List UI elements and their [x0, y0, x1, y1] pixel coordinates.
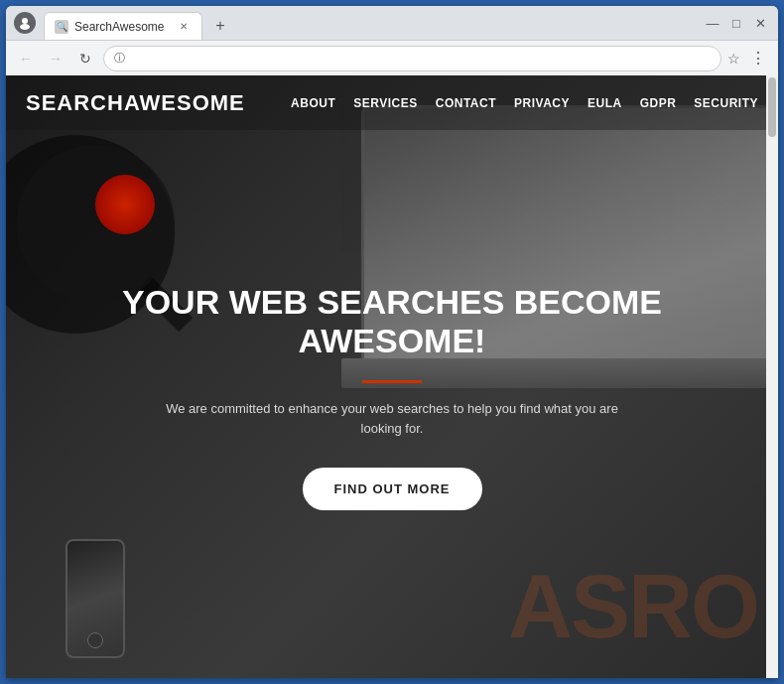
- hero-subtitle: We are committed to enhance your web sea…: [154, 399, 630, 438]
- bookmark-icon[interactable]: ☆: [727, 51, 740, 67]
- close-button[interactable]: ✕: [750, 13, 770, 33]
- cta-button[interactable]: FIND OUT MORE: [303, 468, 482, 510]
- scrollbar-thumb[interactable]: [768, 77, 776, 137]
- refresh-button[interactable]: ↻: [73, 47, 97, 70]
- back-button[interactable]: ←: [14, 47, 38, 70]
- tab-close-button[interactable]: ✕: [176, 19, 192, 35]
- menu-button[interactable]: ⋮: [746, 47, 770, 70]
- profile-area: [14, 12, 36, 34]
- profile-icon: [14, 12, 36, 34]
- window-controls: — □ ✕: [703, 13, 770, 33]
- secure-icon: ⓘ: [114, 51, 125, 66]
- svg-point-0: [22, 18, 28, 24]
- url-bar[interactable]: ⓘ: [103, 46, 721, 71]
- minimize-button[interactable]: —: [703, 13, 722, 33]
- svg-point-1: [20, 24, 30, 30]
- browser-window: 🔍 SearchAwesome ✕ + — □ ✕ ← → ↻ ⓘ: [6, 6, 778, 678]
- tab-area: 🔍 SearchAwesome ✕ +: [44, 6, 695, 40]
- tab-title: SearchAwesome: [74, 20, 165, 34]
- hero-title: YOUR WEB SEARCHES BECOME AWESOME!: [104, 283, 680, 360]
- active-tab[interactable]: 🔍 SearchAwesome ✕: [44, 12, 202, 40]
- browser-outer: 🔍 SearchAwesome ✕ + — □ ✕ ← → ↻ ⓘ: [0, 0, 784, 684]
- maximize-button[interactable]: □: [726, 13, 746, 33]
- scrollbar[interactable]: [766, 75, 778, 678]
- title-bar: 🔍 SearchAwesome ✕ + — □ ✕: [6, 6, 778, 40]
- new-tab-button[interactable]: +: [206, 12, 234, 40]
- address-bar: ← → ↻ ⓘ ☆ ⋮: [6, 40, 778, 75]
- forward-button[interactable]: →: [44, 47, 67, 70]
- hero-divider: [362, 380, 422, 383]
- webpage: ASRO SEARCHAWESOME ABOUT SERVICES CONTAC…: [6, 75, 778, 678]
- tab-favicon: 🔍: [55, 20, 68, 34]
- hero-content: YOUR WEB SEARCHES BECOME AWESOME! We are…: [6, 75, 778, 678]
